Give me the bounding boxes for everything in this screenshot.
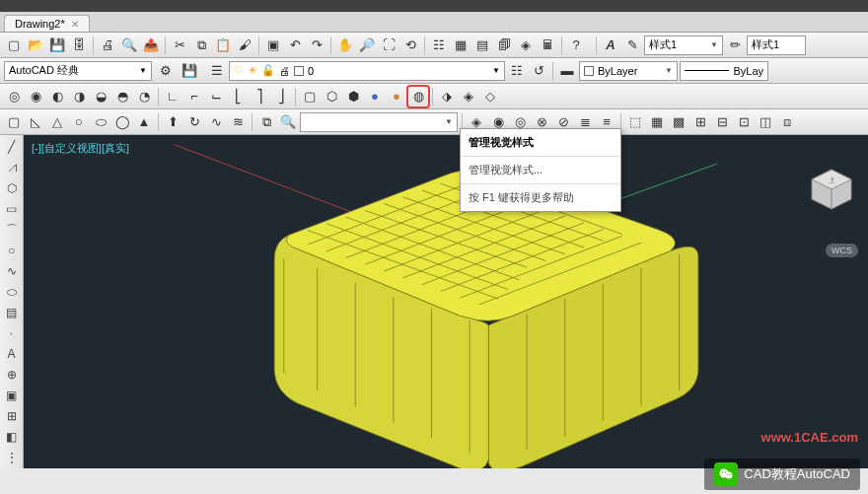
zoom-icon[interactable]: 🔎 — [357, 35, 377, 55]
mesh-icon-3[interactable]: ▩ — [669, 112, 688, 132]
saveas-icon[interactable]: 🗄 — [69, 35, 89, 55]
block-icon[interactable]: ▣ — [263, 35, 283, 55]
block-make-icon[interactable]: ▣ — [2, 386, 22, 405]
mesh-icon-1[interactable]: ⬚ — [625, 112, 645, 132]
zoom-prev-icon[interactable]: ⟲ — [400, 35, 420, 55]
ucs-icon-6[interactable]: ⎦ — [271, 87, 291, 106]
dim-style-dropdown[interactable]: 样式1 — [747, 35, 806, 55]
hatch-icon[interactable]: ▤ — [2, 303, 22, 322]
mesh-icon-2[interactable]: ▦ — [647, 112, 667, 132]
pan-icon[interactable]: ✋ — [335, 35, 355, 55]
textstyle-a-icon[interactable]: A — [601, 35, 620, 55]
mesh-icon-8[interactable]: ⧈ — [777, 112, 797, 132]
sweep-icon[interactable]: ∿ — [206, 112, 226, 132]
wireframe-2d-icon[interactable]: ▢ — [300, 87, 320, 106]
view-icon[interactable]: ◎ — [4, 87, 24, 106]
ucs-icon-5[interactable]: ⎤ — [250, 87, 269, 106]
ellipse-icon[interactable]: ⬭ — [2, 282, 22, 302]
conceptual-icon[interactable]: ● — [387, 87, 406, 106]
circle-icon[interactable]: ○ — [2, 241, 22, 260]
print-icon[interactable]: 🖨 — [98, 35, 117, 55]
workspace-gear-icon[interactable]: ⚙ — [156, 61, 176, 81]
box-icon[interactable]: ▢ — [4, 112, 24, 132]
hidden-icon[interactable]: ⬢ — [343, 87, 363, 106]
revolve-icon[interactable]: ↻ — [184, 112, 204, 132]
open-icon[interactable]: 📂 — [26, 35, 45, 55]
copy-icon[interactable]: ⧉ — [191, 35, 211, 55]
linetype-icon[interactable]: ▬ — [557, 61, 577, 81]
view-icon-2[interactable]: ◉ — [26, 87, 45, 106]
render-icon-3[interactable]: ◇ — [480, 87, 500, 106]
section-icon[interactable]: ⧉ — [256, 112, 276, 132]
zoom-window-icon[interactable]: ⛶ — [379, 35, 398, 55]
region-icon[interactable]: ◧ — [2, 427, 22, 447]
color-dropdown[interactable]: ByLayer ▼ — [579, 61, 678, 81]
torus-icon[interactable]: ◯ — [112, 112, 132, 132]
mesh-icon-4[interactable]: ⊞ — [690, 112, 710, 132]
markup-icon[interactable]: ◈ — [516, 35, 536, 55]
properties-icon[interactable]: ☷ — [429, 35, 449, 55]
rectangle-icon[interactable]: ▭ — [2, 199, 22, 219]
workspace-save-icon[interactable]: 💾 — [180, 61, 199, 81]
paste-icon[interactable]: 📋 — [213, 35, 233, 55]
view-icon-5[interactable]: ◒ — [91, 87, 110, 106]
workspace-dropdown[interactable]: AutoCAD 经典 ▼ — [4, 61, 152, 81]
view-icon-3[interactable]: ◐ — [47, 87, 67, 106]
sphere-icon[interactable]: ○ — [69, 112, 89, 132]
view-icon-7[interactable]: ◔ — [134, 87, 154, 106]
view-icon-4[interactable]: ◑ — [69, 87, 89, 106]
layer-prev-icon[interactable]: ↺ — [529, 61, 548, 81]
wireframe-3d-icon[interactable]: ⬡ — [322, 87, 341, 106]
loft-icon[interactable]: ≋ — [228, 112, 248, 132]
slice-icon[interactable]: 🔍 — [278, 112, 298, 132]
publish-icon[interactable]: 📤 — [141, 35, 161, 55]
save-icon[interactable]: 💾 — [47, 35, 67, 55]
mesh-icon-6[interactable]: ⊡ — [734, 112, 754, 132]
realistic-icon[interactable]: ● — [365, 87, 385, 106]
layer-dropdown[interactable]: ♡ ☀ 🔓 🖨 0 ▼ — [229, 61, 505, 81]
cone-icon[interactable]: △ — [47, 112, 67, 132]
wedge-icon[interactable]: ◺ — [26, 112, 45, 132]
line-icon[interactable]: ╱ — [2, 137, 22, 157]
text-icon[interactable]: A — [2, 344, 22, 364]
wcs-badge[interactable]: WCS — [826, 244, 858, 257]
ucs-icon-2[interactable]: ⌐ — [184, 87, 204, 106]
cut-icon[interactable]: ✂ — [170, 35, 189, 55]
spline-icon[interactable]: ∿ — [2, 261, 22, 281]
layer-manager-icon[interactable]: ☰ — [207, 61, 227, 81]
help-icon[interactable]: ? — [566, 35, 586, 55]
text-style-dropdown[interactable]: 样式1 ▼ — [644, 35, 723, 55]
polyline-icon[interactable]: ⩘ — [2, 158, 22, 177]
ucs-icon-4[interactable]: ⎣ — [228, 87, 248, 106]
layer-state-icon[interactable]: ☷ — [507, 61, 527, 81]
table-icon[interactable]: ⊞ — [2, 406, 22, 426]
preview-icon[interactable]: 🔍 — [119, 35, 139, 55]
calc-icon[interactable]: 🖩 — [538, 35, 557, 55]
designcenter-icon[interactable]: ▦ — [451, 35, 470, 55]
manage-visual-styles-button[interactable]: ◍ — [408, 87, 428, 106]
extrude-icon[interactable]: ⬆ — [163, 112, 182, 132]
mesh-icon-5[interactable]: ⊟ — [712, 112, 732, 132]
ucs-icon-3[interactable]: ⌙ — [206, 87, 226, 106]
point-icon[interactable]: · — [2, 323, 22, 343]
cylinder-icon[interactable]: ⬭ — [91, 112, 110, 132]
new-icon[interactable]: ▢ — [4, 35, 24, 55]
viewport[interactable]: [-][自定义视图][真实] .COM — [24, 135, 868, 468]
arc-icon[interactable]: ⌒ — [2, 220, 22, 240]
viewcube[interactable]: 上 — [807, 165, 856, 214]
sheetset-icon[interactable]: 🗐 — [494, 35, 514, 55]
insert-icon[interactable]: ⊕ — [2, 365, 22, 385]
more-icon[interactable]: ⋮ — [2, 448, 22, 467]
render-icon-2[interactable]: ◈ — [459, 87, 478, 106]
ucs-icon-1[interactable]: ∟ — [163, 87, 182, 106]
editstyle-icon[interactable]: ✏ — [725, 35, 745, 55]
toolpalettes-icon[interactable]: ▤ — [472, 35, 492, 55]
redo-icon[interactable]: ↷ — [307, 35, 326, 55]
linetype-dropdown[interactable]: ByLay — [680, 61, 768, 81]
visual-style-dropdown[interactable]: ▼ — [300, 112, 458, 132]
document-tab[interactable]: Drawing2* ✕ — [4, 15, 90, 32]
view-icon-6[interactable]: ◓ — [112, 87, 132, 106]
undo-icon[interactable]: ↶ — [285, 35, 305, 55]
close-icon[interactable]: ✕ — [71, 19, 79, 30]
polygon-icon[interactable]: ⬡ — [2, 178, 22, 198]
